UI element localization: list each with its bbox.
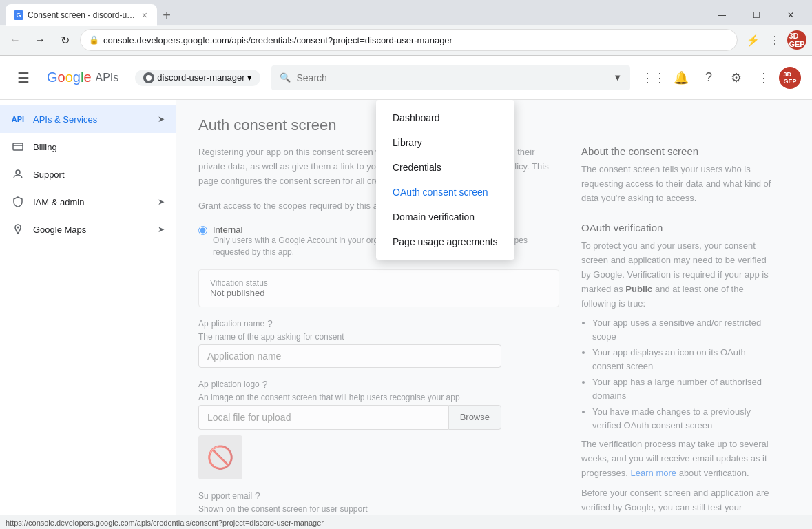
new-tab-button[interactable]: +: [157, 6, 176, 25]
apps-button[interactable]: ⋮⋮: [641, 65, 666, 90]
url-text: console.developers.google.com/apis/crede…: [103, 35, 729, 45]
toolbar-icons: ⚡ ⋮ 3DGEP: [743, 30, 806, 50]
logo-g: G: [47, 70, 58, 85]
support-email-help-icon[interactable]: ?: [255, 490, 260, 501]
apis-chevron: ➤: [158, 114, 165, 124]
lock-icon: 🔒: [89, 35, 99, 45]
content-area: Dashboard Library Credentials OAuth cons…: [176, 100, 812, 515]
file-input-row: Browse: [198, 405, 501, 430]
app-header: ☰ Google APIs discord-user-manager ▾ 🔍 ▼…: [0, 56, 812, 100]
search-icon: 🔍: [280, 72, 291, 83]
apis-text: APIs: [96, 72, 119, 84]
main-layout: API APIs & Services ➤ Billing Support: [0, 100, 812, 515]
minimize-button[interactable]: —: [706, 6, 738, 25]
profile-avatar[interactable]: 3DGEP: [787, 30, 806, 50]
dropdown-domain[interactable]: Domain verification: [376, 205, 514, 229]
maps-icon: [11, 222, 25, 236]
logo-preview: 🚫: [198, 435, 242, 479]
learn-more-verification-link[interactable]: Learn more: [631, 468, 676, 478]
sidebar-item-iam[interactable]: IAM & admin ➤: [0, 188, 176, 216]
app-name-input[interactable]: [198, 344, 501, 368]
window-controls: — ☐ ✕: [706, 6, 806, 25]
sidebar-item-label: APIs & Services: [33, 114, 149, 125]
browse-button[interactable]: Browse: [448, 405, 501, 430]
close-button[interactable]: ✕: [775, 6, 806, 25]
maximize-button[interactable]: ☐: [740, 6, 772, 25]
more-menu-button[interactable]: ⋮: [765, 30, 784, 50]
svg-rect-1: [13, 143, 23, 150]
browser-chrome: G Consent screen - discord-user-m × + — …: [0, 0, 812, 56]
search-expand-icon[interactable]: ▼: [613, 72, 622, 83]
svg-point-3: [16, 170, 20, 174]
status-url: https://console.developers.google.com/ap…: [6, 519, 324, 527]
active-tab[interactable]: G Consent screen - discord-user-m ×: [6, 4, 157, 26]
content-sidebar: About the consent screen The consent scr…: [581, 145, 774, 515]
bullet-2: Your app displays an icon on its OAuth c…: [592, 346, 774, 373]
about-consent-title: About the consent screen: [581, 145, 774, 157]
forward-button[interactable]: →: [30, 30, 50, 50]
logo-placeholder-icon: 🚫: [207, 444, 234, 470]
status-label: Vification status: [210, 278, 548, 288]
logo-o1: o: [58, 70, 65, 85]
hamburger-menu[interactable]: ☰: [11, 65, 36, 90]
tab-close-button[interactable]: ×: [140, 9, 149, 21]
tab-title: Consent screen - discord-user-m: [28, 10, 136, 20]
help-button[interactable]: ?: [696, 65, 721, 90]
extensions-button[interactable]: ⚡: [743, 30, 762, 50]
status-value: Not published: [210, 288, 548, 298]
dropdown-oauth[interactable]: OAuth consent screen: [376, 180, 514, 205]
app-name-help-icon[interactable]: ?: [267, 318, 273, 329]
support-icon: [11, 167, 25, 181]
app-logo-desc: An image on the consent screen that will…: [198, 393, 559, 402]
bullet-4: You have made changes to a previously ve…: [592, 405, 774, 432]
sidebar-item-label: Google Maps: [33, 225, 149, 235]
logo-g2: g: [73, 70, 81, 85]
logo-o2: o: [65, 70, 73, 85]
support-email-field: Support email ? Shown on the consent scr…: [198, 490, 559, 514]
project-chevron: ▾: [247, 72, 252, 83]
sidebar: API APIs & Services ➤ Billing Support: [0, 100, 176, 515]
project-name: discord-user-manager: [157, 72, 244, 83]
sidebar-item-maps[interactable]: Google Maps ➤: [0, 216, 176, 243]
verification-bullets: Your app uses a sensitive and/or restric…: [581, 316, 774, 432]
notification-button[interactable]: 🔔: [669, 65, 694, 90]
app-logo-help-icon[interactable]: ?: [262, 379, 268, 390]
sidebar-item-label: Support: [33, 169, 165, 180]
dropdown-dashboard[interactable]: Dashboard: [376, 105, 514, 130]
file-input[interactable]: [198, 405, 448, 430]
bullet-1: Your app uses a sensitive and/or restric…: [592, 316, 774, 343]
sidebar-item-billing[interactable]: Billing: [0, 133, 176, 160]
dropdown-library[interactable]: Library: [376, 130, 514, 155]
project-selector[interactable]: discord-user-manager ▾: [135, 70, 260, 86]
dropdown-credentials[interactable]: Credentials: [376, 155, 514, 180]
dropdown-overlay: Dashboard Library Credentials OAuth cons…: [376, 100, 514, 260]
google-apis-logo: Google APIs: [47, 70, 118, 85]
sidebar-item-label: IAM & admin: [33, 197, 149, 207]
oauth-verification-title: OAuth verification: [581, 222, 774, 234]
verification-status: Vification status Not published: [198, 269, 559, 307]
tab-favicon: G: [14, 10, 23, 20]
app-name-field: Application name ? The name of the app a…: [198, 318, 559, 368]
app-name-label: Application name ?: [198, 318, 559, 329]
about-consent-text: The consent screen tells your users who …: [581, 163, 774, 205]
apis-icon: API: [11, 112, 25, 126]
sidebar-item-support[interactable]: Support: [0, 160, 176, 188]
back-button[interactable]: ←: [6, 30, 25, 50]
sidebar-item-apis[interactable]: API APIs & Services ➤: [0, 105, 176, 133]
dropdown-page-usage[interactable]: Page usage agreements: [376, 229, 514, 254]
iam-icon: [11, 195, 25, 209]
user-avatar[interactable]: 3DGEP: [779, 67, 801, 89]
about-consent-card: About the consent screen The consent scr…: [581, 145, 774, 205]
app-container: ☰ Google APIs discord-user-manager ▾ 🔍 ▼…: [0, 56, 812, 515]
app-name-desc: The name of the app asking for consent: [198, 332, 559, 342]
support-email-desc: Shown on the consent screen for user sup…: [198, 504, 559, 514]
url-bar[interactable]: 🔒 console.developers.google.com/apis/cre…: [80, 29, 738, 51]
refresh-button[interactable]: ↻: [55, 30, 74, 50]
bullet-3: Your app has a large number of authorise…: [592, 375, 774, 402]
header-actions: ⋮⋮ 🔔 ? ⚙ ⋮ 3DGEP: [641, 65, 801, 90]
internal-radio[interactable]: [198, 226, 207, 235]
search-input[interactable]: [296, 72, 610, 83]
more-options-button[interactable]: ⋮: [751, 65, 776, 90]
title-bar: G Consent screen - discord-user-m × + — …: [0, 0, 812, 25]
settings-button[interactable]: ⚙: [724, 65, 749, 90]
